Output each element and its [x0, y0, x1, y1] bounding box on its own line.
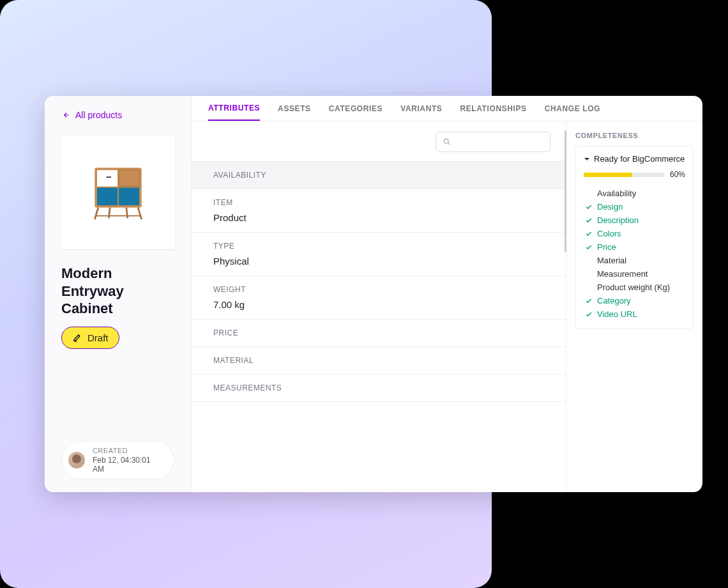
attr-value: Physical [213, 256, 544, 267]
completeness-item[interactable]: Video URL [584, 307, 685, 321]
check-icon [585, 203, 593, 211]
svg-line-13 [448, 143, 450, 145]
completeness-item[interactable]: Availability [584, 187, 685, 200]
attr-weight[interactable]: WEIGHT 7.00 kg [192, 275, 566, 319]
attr-item[interactable]: ITEM Product [192, 189, 566, 232]
check-icon [585, 217, 593, 224]
completeness-item[interactable]: Price [584, 240, 685, 254]
main-panel: ATTRIBUTESASSETSCATEGORIESVARIANTSRELATI… [192, 96, 702, 492]
svg-line-6 [95, 208, 98, 219]
completeness-item-label: Availability [597, 189, 636, 198]
svg-line-9 [126, 208, 128, 219]
pencil-icon [72, 332, 82, 343]
svg-point-12 [444, 139, 448, 143]
product-image[interactable] [61, 135, 175, 249]
tabs: ATTRIBUTESASSETSCATEGORIESVARIANTSRELATI… [192, 96, 702, 121]
section-material[interactable]: MATERIAL [192, 346, 566, 374]
attr-label: TYPE [213, 242, 544, 251]
check-icon [585, 244, 593, 251]
caret-down-icon [584, 156, 590, 162]
progress-percent: 60% [670, 170, 685, 179]
completeness-item[interactable]: Design [584, 200, 685, 213]
svg-rect-1 [97, 170, 118, 187]
tab-assets[interactable]: ASSETS [278, 96, 311, 121]
attr-value: Product [213, 212, 544, 223]
section-header: MEASUREMENTS [213, 383, 544, 392]
status-label: Draft [87, 332, 109, 343]
tab-categories[interactable]: CATEGORIES [329, 96, 383, 121]
tab-variants[interactable]: VARIANTS [400, 96, 442, 121]
completeness-list: AvailabilityDesignDescriptionColorsPrice… [584, 187, 685, 321]
check-icon [585, 230, 593, 238]
completeness-item-label: Category [597, 296, 631, 306]
created-timestamp: Feb 12, 04:30:01 AM [93, 456, 163, 474]
section-header: PRICE [213, 329, 544, 337]
svg-line-8 [109, 208, 110, 219]
section-header: AVAILABILITY [213, 171, 544, 180]
arrow-left-icon [61, 111, 70, 120]
tab-relationships[interactable]: RELATIONSHIPS [460, 96, 526, 121]
completeness-item-label: Design [597, 202, 623, 212]
progress-bar: 60% [584, 170, 685, 179]
back-link-label: All products [75, 110, 122, 120]
search-icon [443, 137, 451, 146]
search-input[interactable] [436, 132, 550, 152]
created-info: CREATED Feb 12, 04:30:01 AM [61, 441, 174, 479]
tab-change-log[interactable]: CHANGE LOG [545, 96, 600, 121]
scrollbar[interactable] [565, 130, 566, 252]
attr-label: ITEM [213, 198, 544, 207]
tab-attributes[interactable]: ATTRIBUTES [208, 96, 260, 121]
completeness-item-label: Product weight (Kg) [597, 282, 670, 292]
completeness-panel: COMPLETENESS Ready for BigCommerce 60% A… [566, 121, 702, 492]
sidebar: All products Modern Entryway Cabinet [45, 96, 192, 492]
completeness-item-label: Colors [597, 229, 621, 238]
completeness-item-label: Price [597, 242, 616, 252]
completeness-item-label: Measurement [597, 269, 648, 279]
attr-label: WEIGHT [213, 285, 544, 294]
completeness-item[interactable]: Category [584, 294, 685, 307]
section-availability[interactable]: AVAILABILITY [192, 161, 566, 189]
created-label: CREATED [93, 447, 163, 454]
check-icon [585, 297, 593, 305]
status-pill[interactable]: Draft [61, 327, 119, 349]
svg-line-7 [138, 208, 142, 219]
completeness-group-label: Ready for BigCommerce [594, 154, 685, 164]
svg-rect-2 [119, 170, 139, 187]
product-title: Modern Entryway Cabinet [61, 265, 174, 318]
completeness-item[interactable]: Material [584, 254, 685, 267]
completeness-item[interactable]: Colors [584, 227, 685, 240]
svg-rect-3 [97, 188, 118, 206]
completeness-item-label: Material [597, 256, 626, 265]
completeness-item[interactable]: Product weight (Kg) [584, 281, 685, 294]
attr-type[interactable]: TYPE Physical [192, 232, 566, 275]
avatar [68, 452, 85, 468]
section-measurements[interactable]: MEASUREMENTS [192, 374, 566, 402]
section-header: MATERIAL [213, 356, 544, 365]
section-price[interactable]: PRICE [192, 319, 566, 346]
back-to-products-link[interactable]: All products [61, 110, 174, 120]
completeness-item[interactable]: Measurement [584, 267, 685, 281]
completeness-item[interactable]: Description [584, 213, 685, 227]
attr-value: 7.00 kg [213, 299, 544, 310]
check-icon [585, 311, 593, 318]
svg-rect-4 [119, 188, 139, 206]
completeness-card: Ready for BigCommerce 60% AvailabilityDe… [575, 146, 694, 329]
completeness-group-toggle[interactable]: Ready for BigCommerce [584, 154, 685, 164]
app-window: All products Modern Entryway Cabinet [45, 96, 702, 492]
completeness-title: COMPLETENESS [575, 132, 694, 139]
completeness-item-label: Description [597, 215, 639, 225]
cabinet-icon [83, 157, 153, 228]
completeness-item-label: Video URL [597, 309, 637, 319]
attributes-column: AVAILABILITY ITEM Product TYPE Physical … [192, 121, 566, 492]
